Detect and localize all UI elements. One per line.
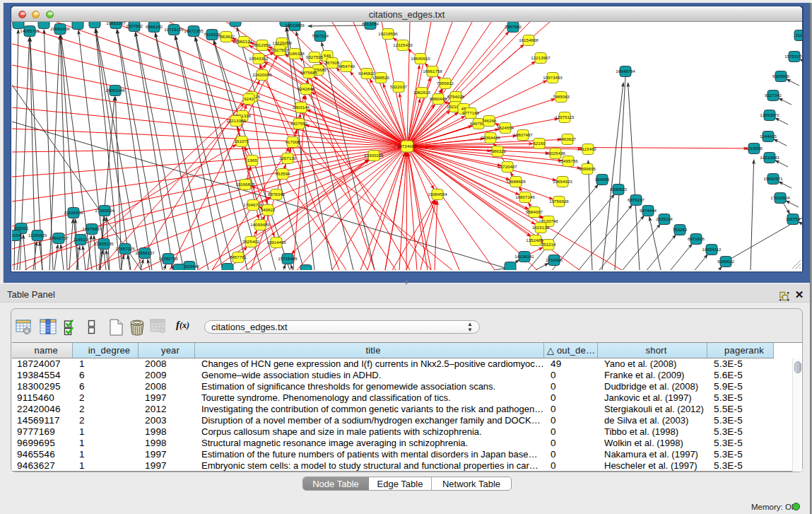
svg-text:17359924: 17359924 (95, 208, 114, 213)
svg-text:18724007: 18724007 (397, 144, 417, 148)
svg-text:9457791: 9457791 (230, 255, 247, 259)
svg-text:2803144: 2803144 (293, 105, 310, 110)
svg-text:9329966: 9329966 (772, 74, 790, 78)
svg-text:12093872: 12093872 (760, 112, 779, 117)
svg-text:8427552: 8427552 (290, 121, 308, 126)
svg-text:746266: 746266 (482, 118, 497, 123)
svg-text:14055715: 14055715 (20, 28, 40, 33)
svg-text:9777169: 9777169 (462, 110, 480, 115)
svg-text:12975115: 12975115 (555, 115, 575, 119)
svg-text:7857224: 7857224 (312, 33, 329, 38)
svg-text:15692971: 15692971 (763, 176, 783, 181)
svg-text:15751074: 15751074 (784, 54, 802, 59)
svg-text:7663822: 7663822 (218, 34, 235, 39)
svg-text:11156829: 11156829 (28, 233, 47, 238)
svg-text:2087682: 2087682 (505, 24, 522, 29)
svg-text:9699695: 9699695 (579, 166, 596, 171)
svg-text:1527602: 1527602 (126, 23, 143, 28)
svg-text:19218596: 19218596 (378, 31, 398, 36)
svg-text:22420046: 22420046 (252, 72, 272, 77)
svg-text:8990448: 8990448 (430, 96, 447, 101)
svg-text:17016504: 17016504 (770, 195, 790, 200)
svg-text:10654112: 10654112 (702, 247, 722, 252)
svg-text:12325419: 12325419 (393, 42, 413, 47)
svg-text:10543362: 10543362 (249, 56, 269, 61)
svg-text:1112: 1112 (796, 33, 802, 37)
svg-text:549822: 549822 (261, 207, 276, 212)
svg-text:20364436: 20364436 (481, 135, 500, 140)
svg-text:15495756: 15495756 (558, 158, 578, 163)
svg-text:19756928: 19756928 (549, 199, 569, 204)
svg-text:9463627: 9463627 (559, 136, 577, 141)
svg-text:10210643: 10210643 (760, 155, 779, 160)
svg-text:453594: 453594 (276, 171, 290, 176)
svg-text:9242848: 9242848 (298, 86, 315, 91)
svg-text:1244415: 1244415 (760, 134, 777, 139)
svg-text:39154: 39154 (12, 233, 21, 238)
svg-text:16648784: 16648784 (616, 69, 635, 74)
svg-text:252214: 252214 (541, 242, 556, 247)
svg-text:417006: 417006 (286, 139, 300, 144)
svg-text:9227342: 9227342 (765, 93, 782, 98)
svg-text:8938923: 8938923 (610, 187, 628, 192)
svg-text:20206536: 20206536 (64, 210, 83, 215)
svg-text:16033809: 16033809 (285, 23, 305, 28)
svg-text:16154808: 16154808 (519, 37, 539, 42)
svg-text:17957225: 17957225 (115, 246, 135, 251)
svg-text:8454749: 8454749 (338, 64, 355, 69)
svg-text:16782759: 16782759 (158, 256, 178, 261)
svg-text:1733426: 1733426 (546, 257, 563, 262)
svg-text:164095: 164095 (595, 177, 610, 182)
svg-text:9327505: 9327505 (306, 54, 324, 59)
svg-text:10719155: 10719155 (164, 27, 184, 32)
svg-text:2935114: 2935114 (656, 216, 673, 221)
svg-text:23300295: 23300295 (364, 153, 384, 158)
svg-text:1615132: 1615132 (532, 225, 550, 230)
svg-text:8912954: 8912954 (254, 42, 271, 47)
svg-text:114519: 114519 (73, 237, 88, 242)
svg-text:12213369: 12213369 (226, 118, 246, 123)
svg-text:18807249: 18807249 (515, 194, 535, 199)
svg-text:116753: 116753 (786, 216, 801, 221)
svg-text:14099489: 14099489 (250, 222, 270, 227)
svg-text:8471626: 8471626 (688, 236, 705, 241)
svg-text:10958157: 10958157 (135, 250, 155, 255)
svg-text:19384554: 19384554 (428, 192, 447, 197)
svg-text:62160: 62160 (533, 141, 546, 146)
svg-text:7955812: 7955812 (437, 81, 454, 86)
svg-text:16961758: 16961758 (423, 69, 442, 74)
svg-text:15975857: 15975857 (82, 226, 102, 231)
svg-text:15720407: 15720407 (498, 164, 517, 169)
svg-text:29053346: 29053346 (105, 88, 125, 93)
svg-text:16640910: 16640910 (411, 56, 430, 61)
svg-text:1588520: 1588520 (372, 75, 390, 80)
svg-text:10973493: 10973493 (543, 75, 563, 80)
svg-text:10688609: 10688609 (506, 179, 526, 184)
svg-text:9474444: 9474444 (640, 208, 657, 213)
svg-text:12505135: 12505135 (94, 241, 114, 246)
svg-text:5322037: 5322037 (390, 84, 408, 89)
svg-text:16914459: 16914459 (266, 240, 286, 245)
svg-text:6794028: 6794028 (447, 94, 465, 99)
svg-text:10853287: 10853287 (106, 22, 126, 25)
svg-text:9684067: 9684067 (526, 209, 543, 214)
svg-text:7986322: 7986322 (489, 148, 507, 153)
svg-text:9242: 9242 (244, 96, 254, 101)
svg-text:763262: 763262 (673, 227, 688, 232)
svg-text:6966160: 6966160 (146, 24, 163, 29)
svg-text:9245612: 9245612 (717, 259, 735, 264)
svg-text:10671355: 10671355 (184, 28, 204, 33)
svg-text:1965: 1965 (247, 158, 257, 163)
svg-text:7485063: 7485063 (553, 94, 570, 99)
svg-text:3267130: 3267130 (279, 156, 297, 160)
svg-text:6879197: 6879197 (628, 197, 645, 202)
svg-text:10025438: 10025438 (546, 151, 565, 156)
svg-text:1215958: 1215958 (746, 146, 763, 151)
svg-text:17942737: 17942737 (49, 235, 69, 240)
svg-text:19654923: 19654923 (553, 179, 572, 184)
svg-text:18186328: 18186328 (285, 51, 305, 56)
svg-text:8878342: 8878342 (268, 192, 286, 197)
svg-text:19166825: 19166825 (235, 182, 255, 187)
svg-text:12213967: 12213967 (531, 55, 551, 60)
svg-text:7625402: 7625402 (242, 239, 260, 244)
